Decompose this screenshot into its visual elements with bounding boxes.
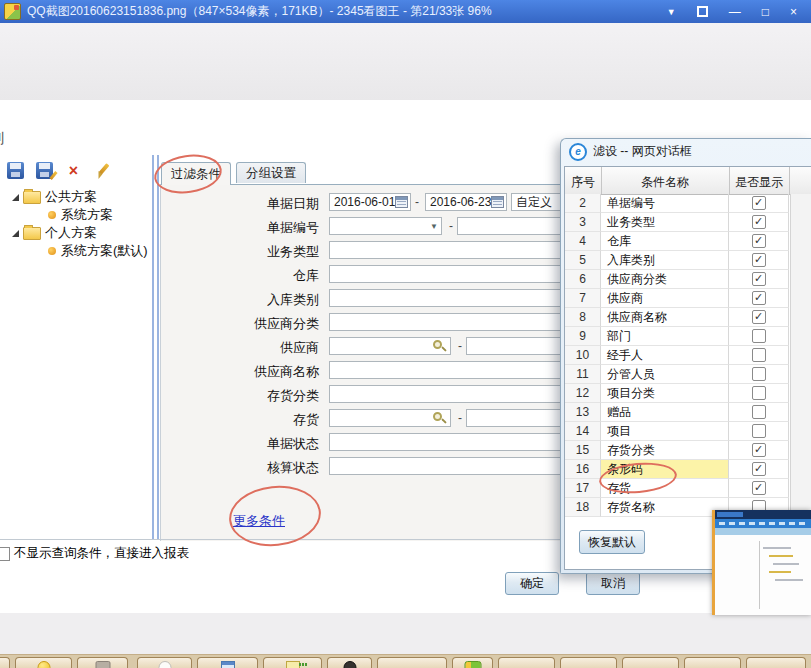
condition-row-department: 9部门 — [565, 327, 790, 346]
calendar-icon[interactable] — [395, 196, 408, 208]
taskbar-button[interactable] — [746, 657, 806, 668]
display-checkbox[interactable] — [752, 386, 766, 400]
tree-item-folder[interactable]: 个人方案 — [0, 224, 152, 242]
taskbar-button[interactable] — [197, 657, 258, 668]
input-account-status[interactable] — [329, 457, 572, 475]
chevron-down-icon[interactable]: ▼ — [430, 222, 438, 231]
dialog-titlebar[interactable]: e 滤设 -- 网页对话框 — [561, 139, 811, 164]
display-checkbox[interactable]: ✓ — [752, 310, 766, 324]
input-supplier-to[interactable] — [466, 337, 572, 355]
scheme-tree: 公共方案系统方案个人方案系统方案(默认) — [0, 188, 152, 260]
input-warehouse[interactable] — [329, 265, 572, 283]
tree-item-label: 个人方案 — [45, 224, 97, 242]
tab-filter-conditions[interactable]: 过滤条件 — [161, 162, 231, 185]
input-supplier-name[interactable] — [329, 361, 572, 379]
field-label: 单据状态 — [161, 435, 319, 453]
delete-icon[interactable]: × — [65, 162, 82, 179]
save-icon[interactable] — [7, 162, 24, 179]
fullscreen-icon[interactable] — [697, 6, 708, 17]
app-icon — [4, 3, 21, 20]
taskbar-button[interactable] — [377, 657, 447, 668]
input-supplier-category[interactable] — [329, 313, 572, 331]
cancel-button[interactable]: 取消 — [586, 572, 640, 595]
expand-triangle-icon[interactable] — [12, 194, 19, 201]
tree-item-label: 系统方案 — [61, 206, 113, 224]
condition-row-manager: 11分管人员 — [565, 365, 790, 384]
taskbar-button[interactable] — [498, 657, 555, 668]
combo-bill-no[interactable]: ▼ — [329, 217, 442, 235]
tab-group-settings[interactable]: 分组设置 — [236, 162, 306, 183]
condition-row-barcode: 16条形码✓ — [565, 460, 790, 479]
yellow-dot-icon — [37, 661, 50, 668]
taskbar-button[interactable] — [560, 657, 617, 668]
row-number: 12 — [565, 384, 601, 403]
display-checkbox[interactable]: ✓ — [752, 481, 766, 495]
tree-item-item[interactable]: 系统方案 — [0, 206, 152, 224]
display-checkbox[interactable] — [752, 348, 766, 362]
condition-row-bill-no: 2单据编号✓ — [565, 194, 790, 213]
restore-default-button[interactable]: 恢复默认 — [579, 530, 645, 554]
close-icon[interactable]: × — [790, 5, 797, 19]
field-label: 供应商 — [161, 339, 319, 357]
taskbar-button[interactable] — [137, 657, 192, 668]
condition-name: 项目分类 — [601, 384, 729, 403]
input-biz-type[interactable] — [329, 241, 572, 259]
display-checkbox[interactable] — [752, 424, 766, 438]
display-checkbox[interactable]: ✓ — [752, 196, 766, 210]
thumbnail-window[interactable] — [712, 510, 811, 615]
checkbox-cell: ✓ — [729, 213, 789, 232]
display-checkbox[interactable]: ✓ — [752, 443, 766, 457]
display-checkbox[interactable]: ✓ — [752, 462, 766, 476]
edit-icon[interactable] — [94, 162, 111, 179]
input-supplier-from[interactable] — [329, 337, 451, 355]
taskbar-button[interactable] — [15, 657, 72, 668]
taskbar-button[interactable] — [622, 657, 679, 668]
search-icon[interactable] — [433, 340, 446, 353]
ok-button[interactable]: 确定 — [505, 572, 559, 595]
condition-row-handler: 10经手人 — [565, 346, 790, 365]
thumbnail-menubar — [715, 519, 811, 528]
taskbar-button[interactable] — [0, 657, 10, 668]
hide-conditions-checkbox[interactable] — [0, 547, 10, 561]
display-checkbox[interactable] — [752, 405, 766, 419]
row-number: 6 — [565, 270, 601, 289]
display-checkbox[interactable] — [752, 329, 766, 343]
input-inventory-from[interactable] — [329, 409, 451, 427]
input-bill-no-to[interactable] — [457, 217, 572, 235]
hide-conditions-row: 不显示查询条件，直接进入报表 — [0, 545, 189, 562]
save-as-icon[interactable] — [36, 162, 53, 179]
taskbar-button[interactable] — [452, 657, 493, 668]
search-icon[interactable] — [433, 412, 446, 425]
taskbar-button[interactable] — [327, 657, 372, 668]
more-conditions-link[interactable]: 更多条件 — [233, 512, 285, 530]
display-checkbox[interactable]: ✓ — [752, 215, 766, 229]
range-dash: - — [449, 219, 453, 233]
expand-triangle-icon[interactable] — [12, 230, 19, 237]
taskbar-button[interactable] — [684, 657, 741, 668]
display-checkbox[interactable]: ✓ — [752, 234, 766, 248]
input-inventory-category[interactable] — [329, 385, 572, 403]
panel-splitter[interactable] — [152, 155, 159, 540]
taskbar-button[interactable] — [263, 657, 322, 668]
display-checkbox[interactable]: ✓ — [752, 253, 766, 267]
input-inventory-to[interactable] — [466, 409, 572, 427]
display-checkbox[interactable]: ✓ — [752, 291, 766, 305]
taskbar-button[interactable] — [77, 657, 128, 668]
tree-item-item[interactable]: 系统方案(默认) — [0, 242, 152, 260]
header-divider — [601, 167, 602, 194]
minimize-icon[interactable]: — — [729, 5, 741, 19]
tree-item-folder[interactable]: 公共方案 — [0, 188, 152, 206]
calendar-icon[interactable] — [491, 196, 504, 208]
condition-name: 入库类别 — [601, 251, 729, 270]
preset-value: 自定义 — [512, 194, 567, 210]
dropdown-arrow-icon[interactable]: ▼ — [667, 7, 676, 17]
display-checkbox[interactable]: ✓ — [752, 272, 766, 286]
display-checkbox[interactable] — [752, 367, 766, 381]
input-bill-status[interactable] — [329, 433, 572, 451]
checkbox-cell — [729, 346, 789, 365]
date-to-input[interactable]: 2016-06-23 — [425, 193, 507, 211]
maximize-icon[interactable]: □ — [762, 5, 769, 19]
checkbox-cell: ✓ — [729, 194, 789, 213]
input-inbound-category[interactable] — [329, 289, 572, 307]
date-from-input[interactable]: 2016-06-01 — [329, 193, 411, 211]
